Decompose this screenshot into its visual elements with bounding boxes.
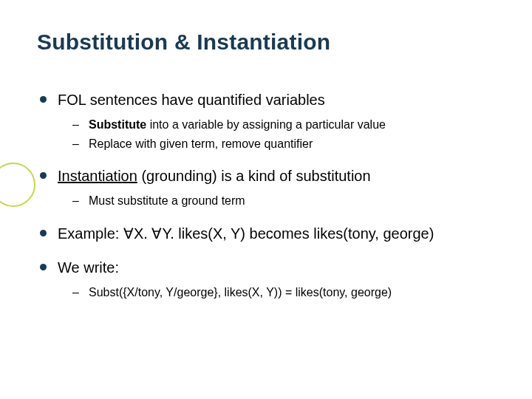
bullet-item: Example: ∀X. ∀Y. likes(X, Y) becomes lik… — [58, 224, 495, 243]
sub-item-text: Replace with given term, remove quantifi… — [89, 137, 313, 150]
sub-list: Substitute into a variable by assigning … — [58, 117, 495, 151]
bullet-text: We write: — [58, 259, 119, 276]
sub-item: Replace with given term, remove quantifi… — [89, 136, 495, 152]
sub-item: Subst({X/tony, Y/george}, likes(X, Y)) =… — [89, 284, 495, 301]
slide-title: Substitution & Instantiation — [37, 30, 495, 55]
forall-symbol: ∀ — [123, 225, 134, 242]
bullet-underline: Instantiation — [58, 168, 137, 184]
bullet-list: FOL sentences have quantified variables … — [37, 90, 495, 300]
bullet-text: FOL sentences have quantified variables — [58, 92, 325, 108]
bullet-item: Instantiation (grounding) is a kind of s… — [58, 166, 495, 209]
bullet-text-mid1: X. — [134, 225, 151, 242]
sub-list: Subst({X/tony, Y/george}, likes(X, Y)) =… — [58, 284, 495, 301]
sub-item-text: Must substitute a ground term — [89, 194, 245, 207]
sub-list: Must substitute a ground term — [58, 193, 495, 209]
slide: Substitution & Instantiation FOL sentenc… — [0, 0, 532, 399]
bullet-item: We write: Subst({X/tony, Y/george}, like… — [58, 258, 495, 301]
decorative-circle — [0, 163, 35, 207]
bullet-text-pre: Example: — [58, 225, 123, 242]
sub-item: Substitute into a variable by assigning … — [89, 117, 495, 133]
forall-symbol: ∀ — [151, 225, 162, 242]
sub-item: Must substitute a ground term — [89, 193, 495, 209]
sub-item-bold: Substitute — [89, 118, 146, 131]
sub-item-rest: into a variable by assigning a particula… — [146, 118, 386, 131]
bullet-item: FOL sentences have quantified variables … — [58, 90, 495, 151]
bullet-rest: (grounding) is a kind of substitution — [137, 168, 371, 184]
sub-item-text: Subst({X/tony, Y/george}, likes(X, Y)) =… — [89, 286, 392, 299]
bullet-text-mid2: Y. likes(X, Y) becomes likes(tony, georg… — [162, 225, 434, 242]
